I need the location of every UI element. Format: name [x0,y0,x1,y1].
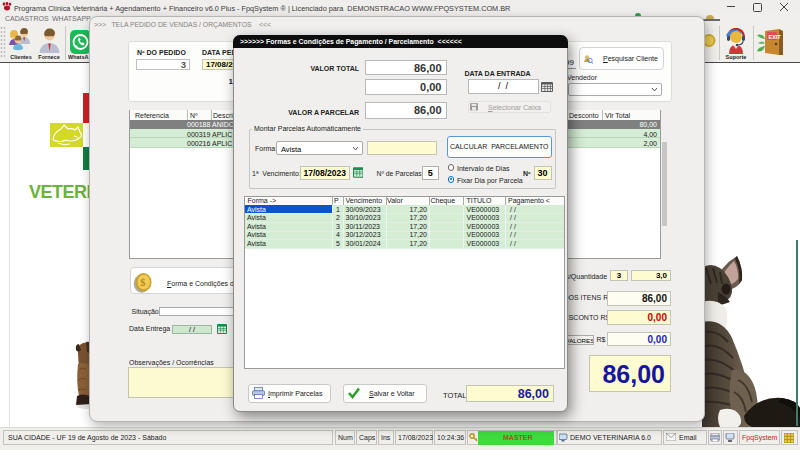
svg-text:EXIT: EXIT [769,34,782,40]
svg-text:$: $ [140,277,145,288]
